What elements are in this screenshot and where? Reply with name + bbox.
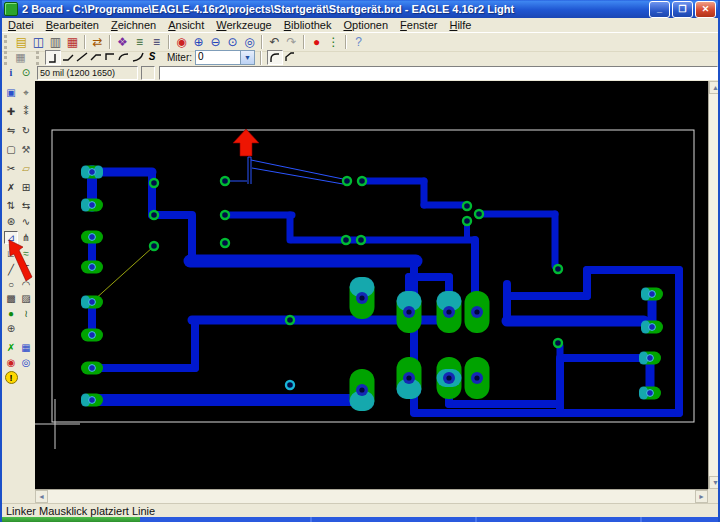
scroll-up-arrow[interactable]: ▲	[709, 81, 720, 94]
via[interactable]	[221, 239, 229, 247]
cut-tool[interactable]: ✂	[4, 162, 18, 175]
toolbar-grip[interactable]	[4, 35, 10, 49]
polygon-tool[interactable]: ▨	[19, 292, 33, 305]
toolbar-grip[interactable]	[4, 51, 10, 65]
optimize-tool[interactable]: ≈	[19, 247, 33, 260]
vertical-scrollbar[interactable]: ▲ ▼	[708, 81, 720, 489]
error-light-tool[interactable]: !	[4, 371, 18, 384]
via[interactable]	[554, 339, 562, 347]
via[interactable]	[463, 217, 471, 225]
replace-tool[interactable]: ⇆	[19, 199, 33, 212]
menu-fenster[interactable]: Fenster	[394, 18, 443, 32]
group-tool[interactable]: ▢	[4, 143, 18, 156]
run-ulp-button[interactable]: ≡	[148, 34, 165, 50]
bend-straight-diag-button[interactable]	[61, 50, 75, 63]
switch-board-schematic-button[interactable]: ⇄	[89, 34, 106, 50]
toolbar-grip[interactable]	[36, 51, 42, 65]
display-layers-tool[interactable]: ▣	[4, 86, 18, 99]
via[interactable]	[221, 177, 229, 185]
windows-taskbar[interactable]	[0, 517, 720, 522]
via[interactable]	[358, 177, 366, 185]
add-tool[interactable]: ⊞	[19, 181, 33, 194]
via[interactable]	[150, 211, 158, 219]
wire-tool[interactable]: ╱	[4, 263, 18, 276]
rect-tool[interactable]: ▩	[4, 292, 18, 305]
title-bar[interactable]: 2 Board - C:\Programme\EAGLE-4.16r2\proj…	[0, 0, 720, 18]
bend-diagonal-button[interactable]	[75, 50, 89, 63]
bend-90-start-button[interactable]	[103, 50, 117, 63]
miter-straight-button[interactable]	[283, 50, 297, 63]
pinswap-tool[interactable]: ⇅	[4, 199, 18, 212]
auto-router-tool[interactable]: ▦	[19, 341, 33, 354]
traffic-light-button[interactable]: ⋮	[325, 34, 342, 50]
zoom-out-button[interactable]: ⊖	[207, 34, 224, 50]
copy-tool[interactable]: ⁑	[19, 105, 33, 118]
via[interactable]	[463, 202, 471, 210]
run-script-button[interactable]: ≡	[131, 34, 148, 50]
stop-button[interactable]: ●	[308, 34, 325, 50]
zoom-in-button[interactable]: ⊕	[190, 34, 207, 50]
miter-tool[interactable]: ∟	[4, 247, 18, 260]
minimize-button[interactable]: _	[649, 1, 670, 18]
ratsnest-tool[interactable]: ✗	[4, 341, 18, 354]
bend-arc-1-button[interactable]	[117, 50, 131, 63]
export-image-button[interactable]: ▦	[64, 34, 81, 50]
drc-tool[interactable]: ◉	[4, 356, 18, 369]
split-tool[interactable]: ∿	[19, 215, 33, 228]
menu-hilfe[interactable]: Hilfe	[443, 18, 477, 32]
bend-90-end-button[interactable]	[45, 50, 61, 65]
zoom-fit-button[interactable]: ◉	[173, 34, 190, 50]
move-tool[interactable]: ✚	[4, 105, 18, 118]
via[interactable]	[342, 236, 350, 244]
restore-button[interactable]: ❐	[672, 1, 693, 18]
undo-button[interactable]: ↶	[266, 34, 283, 50]
via[interactable]	[475, 210, 483, 218]
paste-tool[interactable]: ▱	[19, 162, 33, 175]
menu-ansicht[interactable]: Ansicht	[162, 18, 210, 32]
via[interactable]	[150, 179, 158, 187]
chevron-down-icon[interactable]: ▼	[240, 51, 254, 64]
close-button[interactable]: ✕	[695, 1, 716, 18]
zoom-select-button[interactable]: ⊙	[224, 34, 241, 50]
arc-tool[interactable]: ◠	[19, 278, 33, 291]
miter-round-button[interactable]	[267, 50, 283, 65]
zoom-redraw-button[interactable]: ◎	[241, 34, 258, 50]
scroll-down-arrow[interactable]: ▼	[709, 476, 720, 489]
save-button[interactable]: ◫	[30, 34, 47, 50]
signal-tool[interactable]: ≀	[19, 307, 33, 320]
library-button[interactable]: ❖	[114, 34, 131, 50]
via[interactable]	[343, 177, 351, 185]
info-tool[interactable]: i	[4, 66, 18, 79]
miter-dropdown[interactable]: 0 ▼	[195, 50, 255, 65]
redo-button[interactable]: ↷	[283, 34, 300, 50]
layer-box[interactable]	[141, 66, 155, 80]
menu-datei[interactable]: Datei	[2, 18, 40, 32]
ripup-tool[interactable]: ⋔	[19, 231, 33, 244]
mirror-tool[interactable]: ⇋	[4, 124, 18, 137]
via-highlight[interactable]	[286, 381, 294, 389]
smash-tool[interactable]: ⊛	[4, 215, 18, 228]
change-tool[interactable]: ⚒	[19, 143, 33, 156]
via[interactable]	[150, 242, 158, 250]
via[interactable]	[554, 265, 562, 273]
print-button[interactable]: ▥	[47, 34, 64, 50]
menu-zeichnen[interactable]: Zeichnen	[105, 18, 162, 32]
menu-bibliothek[interactable]: Bibliothek	[278, 18, 338, 32]
grid-button[interactable]: ▦	[13, 50, 28, 66]
open-button[interactable]: ▤	[13, 34, 30, 50]
via[interactable]	[221, 211, 229, 219]
menu-bearbeiten[interactable]: Bearbeiten	[40, 18, 105, 32]
menu-optionen[interactable]: Optionen	[337, 18, 394, 32]
scroll-left-arrow[interactable]: ◄	[35, 490, 48, 503]
errors-check-tool[interactable]: ◎	[19, 356, 33, 369]
bend-arc-2-button[interactable]	[131, 50, 145, 63]
via-tool[interactable]: ●	[4, 307, 18, 320]
bend-diag-straight-button[interactable]	[89, 50, 103, 63]
via[interactable]	[357, 236, 365, 244]
board-canvas[interactable]	[35, 81, 708, 489]
airwire[interactable]	[93, 247, 153, 301]
scroll-right-arrow[interactable]: ►	[695, 490, 708, 503]
via[interactable]	[286, 316, 294, 324]
start-button[interactable]	[0, 517, 140, 522]
horizontal-scrollbar[interactable]: ◄ ►	[35, 489, 708, 503]
